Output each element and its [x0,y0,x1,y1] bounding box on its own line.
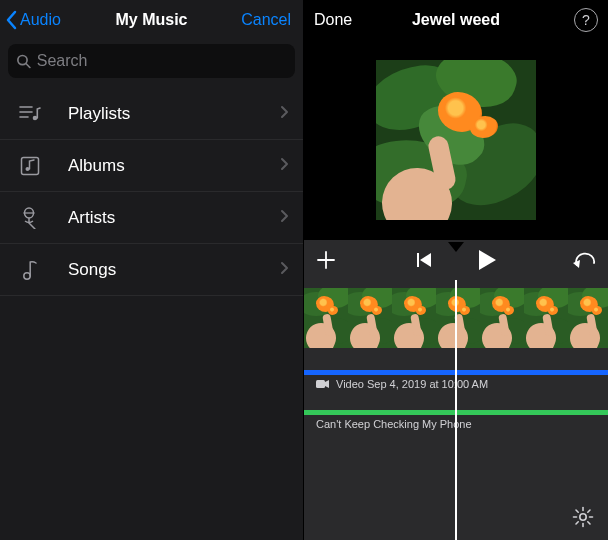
search-input[interactable] [37,52,287,70]
library-header: Audio My Music Cancel [0,0,303,40]
video-clip-label: Video Sep 4, 2019 at 10:00 AM [336,378,488,390]
chevron-right-icon [280,157,289,175]
video-preview[interactable] [376,60,536,220]
project-title: Jewel weed [412,11,500,29]
svg-line-29 [576,522,578,524]
row-label: Artists [68,208,115,228]
play-icon [477,249,497,271]
svg-rect-20 [316,380,325,388]
gear-icon [572,506,594,528]
settings-button[interactable] [570,504,596,530]
audio-clip-track[interactable] [304,410,608,415]
thumbnail [304,288,348,348]
search-icon [16,53,31,69]
svg-line-27 [576,510,578,512]
done-button[interactable]: Done [314,0,352,40]
thumbnail [436,288,480,348]
undo-icon [572,251,596,269]
svg-marker-17 [420,253,431,267]
svg-line-11 [29,223,35,229]
library-title: My Music [115,11,187,29]
svg-point-22 [580,514,586,520]
svg-point-12 [24,272,30,278]
row-songs[interactable]: Songs [0,244,303,296]
svg-marker-18 [479,250,496,270]
play-button[interactable] [477,249,497,271]
svg-marker-21 [325,380,329,388]
add-media-button[interactable] [316,240,336,280]
video-clip-track[interactable] [304,370,608,375]
video-preview-area [304,40,608,240]
chevron-left-icon [6,10,18,30]
playhead-indicator-icon [448,238,464,256]
artists-icon [18,207,42,229]
svg-marker-13 [448,242,464,252]
row-artists[interactable]: Artists [0,192,303,244]
thumbnail [392,288,436,348]
back-label: Audio [20,11,61,29]
playlists-icon [18,105,42,123]
timeline[interactable]: Video Sep 4, 2019 at 10:00 AM Can't Keep… [304,280,608,540]
editor-header: Done Jewel weed ? [304,0,608,40]
songs-icon [18,259,42,281]
svg-line-28 [588,522,590,524]
help-button[interactable]: ? [574,8,598,32]
chevron-right-icon [280,105,289,123]
back-button[interactable]: Audio [6,0,61,40]
transport-bar [304,240,608,280]
cancel-button[interactable]: Cancel [241,0,291,40]
editor-pane: Done Jewel weed ? [304,0,608,540]
video-thumbnail-strip[interactable] [304,288,608,348]
svg-line-30 [588,510,590,512]
thumbnail [480,288,524,348]
thumbnail [348,288,392,348]
row-albums[interactable]: Albums [0,140,303,192]
thumbnail [524,288,568,348]
row-label: Playlists [68,104,130,124]
music-library-pane: Audio My Music Cancel [0,0,304,540]
video-camera-icon [316,379,330,389]
thumbnail [568,288,608,348]
audio-clip-label: Can't Keep Checking My Phone [316,418,472,430]
skip-previous-icon [415,251,433,269]
chevron-right-icon [280,209,289,227]
video-clip-label-row: Video Sep 4, 2019 at 10:00 AM [316,378,488,390]
row-playlists[interactable]: Playlists [0,88,303,140]
search-container [0,40,303,88]
search-box[interactable] [8,44,295,78]
chevron-right-icon [280,261,289,279]
row-label: Albums [68,156,125,176]
row-label: Songs [68,260,116,280]
svg-line-1 [26,64,30,68]
undo-button[interactable] [572,240,596,280]
albums-icon [18,156,42,176]
plus-icon [316,250,336,270]
skip-start-button[interactable] [415,251,433,269]
library-list: Playlists Albums [0,88,303,296]
